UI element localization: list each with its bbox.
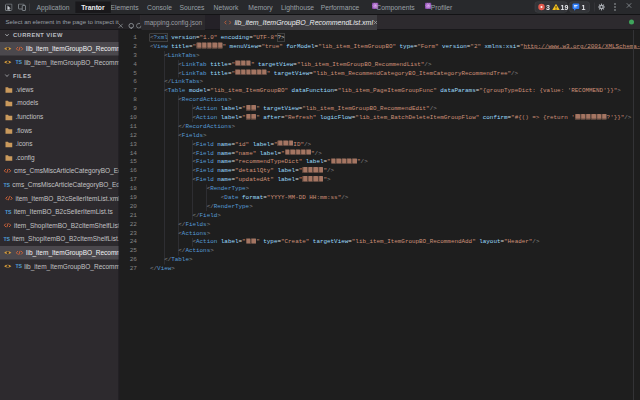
svg-text:19: 19 — [561, 4, 569, 11]
svg-text:3: 3 — [546, 4, 550, 11]
svg-text:1: 1 — [582, 4, 586, 11]
